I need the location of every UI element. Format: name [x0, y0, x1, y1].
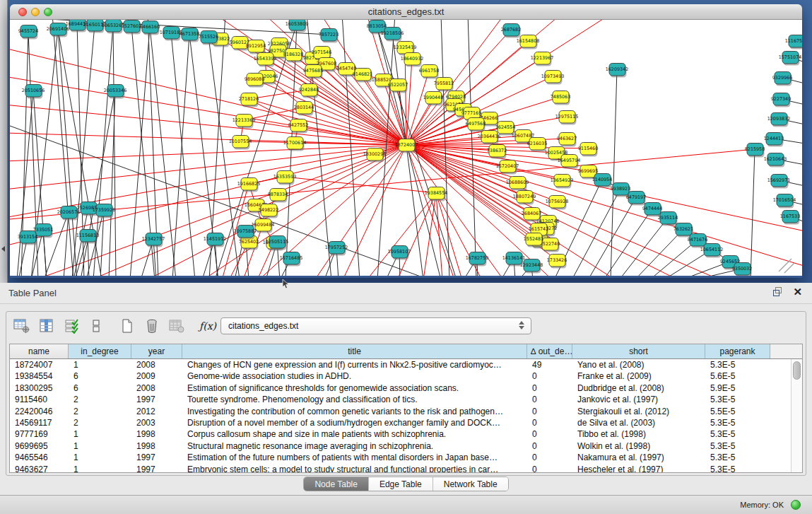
table-cell[interactable]: 9699695	[10, 440, 69, 452]
graph-node[interactable]: 16209342	[606, 64, 629, 78]
graph-node[interactable]: 8878334	[268, 189, 288, 203]
table-cell[interactable]: 5.5E-5	[705, 406, 770, 417]
graph-node[interactable]: 15692971	[767, 175, 791, 189]
select-columns-icon[interactable]	[37, 317, 56, 334]
table-cell[interactable]: 5.3E-5	[705, 440, 770, 452]
graph-node[interactable]: 1527602	[122, 21, 141, 35]
graph-node[interactable]: 6961758	[419, 65, 439, 79]
close-panel-icon[interactable]: ✕	[793, 287, 802, 297]
table-cell[interactable]: 9465546	[10, 452, 69, 463]
graph-node[interactable]: 16053809	[286, 20, 309, 33]
tab-network-table[interactable]: Network Table	[433, 477, 508, 491]
graph-node[interactable]: 11700614	[283, 137, 307, 151]
header-cell-name[interactable]: name	[10, 344, 69, 358]
table-cell[interactable]: Tibbo et al. (1998)	[572, 428, 705, 440]
table-cell[interactable]: 2008	[131, 359, 182, 370]
table-cell[interactable]: 0	[527, 428, 572, 440]
graph-node[interactable]: 3913154	[18, 231, 37, 245]
table-cell[interactable]: Disruption of a novel member of a sodium…	[182, 417, 527, 428]
table-cell[interactable]: Nakamura et al. (1997)	[572, 452, 705, 463]
table-cell[interactable]: 5.3E-5	[705, 428, 770, 440]
graph-node[interactable]: 6466160	[140, 21, 160, 35]
table-cell[interactable]: 1	[69, 359, 131, 370]
graph-node[interactable]: 20364436	[478, 131, 501, 145]
delete-table-icon[interactable]	[167, 317, 186, 334]
graph-node[interactable]: 9463627	[557, 133, 577, 147]
table-row[interactable]: 2242004622012Investigating the contribut…	[10, 406, 791, 417]
table-row[interactable]: 1938455462009Genome-wide association stu…	[10, 370, 791, 382]
select-all-rows-icon[interactable]	[62, 317, 81, 334]
graph-node[interactable]: 10756928	[546, 196, 569, 210]
graph-node[interactable]: 9896080	[245, 74, 264, 88]
header-cell-out-de-[interactable]: ∆ out_de…	[527, 344, 572, 358]
table-cell[interactable]: 18724007	[10, 359, 69, 370]
graph-node[interactable]: 4671358	[180, 28, 199, 42]
header-cell-title[interactable]: title	[182, 344, 527, 358]
table-cell[interactable]: 18300295	[10, 382, 69, 394]
graph-node[interactable]: 1552481	[524, 233, 543, 247]
table-cell[interactable]: 9463627	[10, 464, 69, 472]
graph-node[interactable]: 6522057	[388, 79, 408, 93]
table-cell[interactable]: Franke et al. (2009)	[572, 370, 705, 382]
table-row[interactable]: 1456911722003Disruption of a novel membe…	[10, 417, 791, 428]
table-cell[interactable]: 2	[69, 406, 131, 417]
graph-node[interactable]: 12213967	[531, 52, 554, 66]
graph-node[interactable]: 8215958	[745, 144, 765, 158]
function-builder-icon[interactable]: ƒ(x)	[199, 317, 217, 334]
graph-node[interactable]: 14136141	[502, 252, 526, 267]
graph-node[interactable]: 5498222	[259, 204, 278, 218]
graph-node[interactable]: 16154808	[517, 35, 540, 49]
graph-node[interactable]: 15751074	[779, 52, 802, 66]
graph-node[interactable]: 1244413	[764, 133, 784, 147]
table-cell[interactable]: 1997	[131, 464, 182, 472]
table-cell[interactable]: 1998	[131, 440, 182, 452]
header-cell-year[interactable]: year	[131, 344, 182, 358]
graph-node[interactable]: 2684067	[522, 208, 541, 222]
graph-node[interactable]: 10958107	[388, 246, 411, 260]
table-row[interactable]: 911546021997Tourette syndrome. Phenomeno…	[10, 394, 791, 405]
graph-node[interactable]: 10107554	[229, 136, 252, 150]
table-row[interactable]: 1872400712008Changes of HCN gene express…	[10, 359, 791, 370]
table-cell[interactable]: 1998	[131, 428, 182, 440]
table-cell[interactable]: Yano et al. (2008)	[572, 359, 705, 370]
toggle-rows-icon[interactable]	[87, 317, 105, 334]
table-cell[interactable]: Stergiakouli et al. (2012)	[572, 406, 705, 417]
header-cell-short[interactable]: short	[572, 344, 705, 358]
table-cell[interactable]: 0	[527, 370, 572, 382]
graph-node[interactable]: 20053346	[104, 85, 127, 99]
graph-node[interactable]: 15716485	[280, 252, 303, 267]
new-column-icon[interactable]	[118, 317, 136, 334]
graph-node[interactable]: 1733426	[547, 255, 567, 269]
graph-node[interactable]: 12975115	[555, 111, 579, 125]
graph-node[interactable]: 9329966	[772, 72, 792, 86]
table-cell[interactable]: 0	[527, 394, 572, 405]
graph-node[interactable]: 20510656	[22, 85, 45, 99]
table-cell[interactable]: Wolkin et al. (1998)	[572, 440, 705, 452]
dropdown-stepper-icon[interactable]	[519, 321, 524, 329]
graph-node[interactable]: 12342757	[142, 233, 165, 247]
table-cell[interactable]: Corpus callosum shape and size in male p…	[182, 428, 527, 440]
graph-node[interactable]: 16782759	[466, 252, 489, 267]
graph-node[interactable]: 1990448	[423, 92, 443, 106]
tab-edge-table[interactable]: Edge Table	[369, 477, 433, 491]
graph-node[interactable]: 6479197	[626, 192, 646, 206]
graph-node[interactable]: 15720407	[496, 160, 519, 175]
table-cell[interactable]: de Silva et al. (2003)	[572, 417, 705, 428]
graph-node[interactable]: 2803144	[294, 102, 314, 116]
chevron-left-icon[interactable]	[1, 246, 5, 252]
graph-node[interactable]: 16353593	[273, 171, 297, 185]
graph-node[interactable]: 12213369	[233, 115, 256, 129]
graph-node[interactable]: 20206576	[57, 206, 81, 221]
graph-node[interactable]: 9242848	[299, 84, 319, 98]
graph-node[interactable]: 2687682	[501, 24, 521, 38]
graph-node[interactable]: 30975887	[234, 226, 257, 240]
graph-node[interactable]: 11167522	[785, 35, 802, 49]
table-cell[interactable]: 9777169	[10, 428, 69, 440]
table-cell[interactable]: 22420046	[10, 406, 69, 417]
table-cell[interactable]: Hescheler et al. (1997)	[572, 464, 705, 472]
graph-node[interactable]: 10688609	[506, 177, 529, 191]
graph-node[interactable]: 13654923	[551, 175, 574, 189]
table-cell[interactable]: 2009	[131, 370, 182, 382]
graph-node[interactable]: 9455724	[18, 25, 38, 40]
table-row[interactable]: 969969511998Structural magnetic resonanc…	[10, 440, 791, 452]
